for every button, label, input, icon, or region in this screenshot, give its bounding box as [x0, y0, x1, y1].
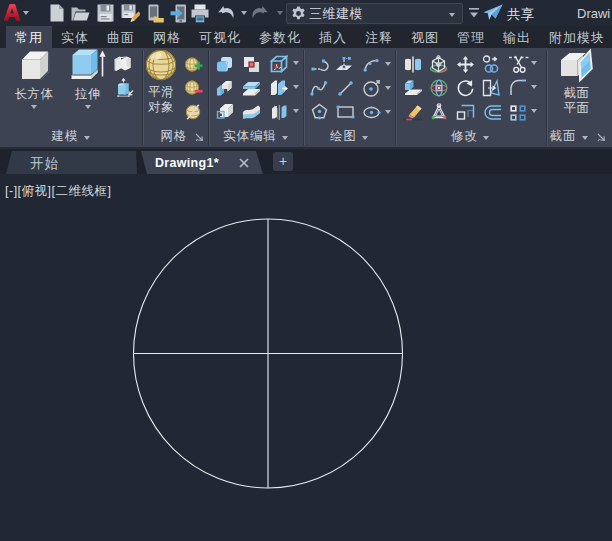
- open-folder-icon[interactable]: [71, 4, 90, 22]
- align-3d-button[interactable]: [403, 79, 423, 97]
- align-button[interactable]: [430, 103, 448, 121]
- drawing-canvas[interactable]: [-][俯视][二维线框]: [0, 174, 612, 541]
- acad-logo-icon[interactable]: [4, 3, 21, 22]
- polyline-button[interactable]: [311, 57, 329, 72]
- box-button-label: 长方体: [15, 87, 54, 102]
- helix-button[interactable]: [335, 56, 353, 73]
- line-button[interactable]: [337, 80, 354, 97]
- panel-mesh-launcher-icon[interactable]: [195, 133, 204, 142]
- undo-caret-icon[interactable]: [241, 11, 247, 15]
- mirror-3d-button[interactable]: [403, 56, 423, 73]
- panel-section-title[interactable]: 截面: [547, 128, 591, 145]
- ribbon-tab-annotate[interactable]: 注释: [356, 26, 402, 48]
- file-tab-close-icon[interactable]: [236, 155, 252, 170]
- panel-mesh-title[interactable]: 网格: [142, 128, 200, 145]
- ribbon-tab-surface[interactable]: 曲面: [98, 26, 144, 48]
- move-button[interactable]: [456, 55, 475, 74]
- panel-solid-editing: 实体编辑: [209, 48, 304, 147]
- open-web-mobile-icon[interactable]: [146, 4, 164, 23]
- acad-logo-caret-icon[interactable]: [23, 11, 29, 15]
- undo-icon[interactable]: [217, 6, 234, 19]
- stretch-icon: [482, 79, 502, 97]
- array-caret-icon[interactable]: [531, 109, 537, 113]
- panel-modeling-title[interactable]: 建模: [0, 128, 141, 145]
- interfere-caret-icon[interactable]: [293, 61, 299, 65]
- extrude-button[interactable]: 拉伸: [70, 48, 106, 109]
- save-as-icon[interactable]: [121, 4, 140, 23]
- erase-button[interactable]: [402, 104, 423, 121]
- polysolid-button[interactable]: [113, 56, 132, 73]
- plot-printer-icon[interactable]: [191, 4, 209, 23]
- refine-mesh-button[interactable]: [185, 104, 202, 120]
- imprint-button[interactable]: [216, 103, 234, 121]
- ribbon-tab-addins[interactable]: 附加模块: [540, 26, 612, 48]
- separate-caret-icon[interactable]: [293, 109, 299, 113]
- ribbon-tab-solid[interactable]: 实体: [52, 26, 98, 48]
- trim-button[interactable]: [508, 55, 529, 74]
- stretch-button[interactable]: [482, 79, 502, 97]
- circle-caret-icon[interactable]: [385, 86, 391, 90]
- section-plane-button[interactable]: 截面平面: [553, 48, 601, 116]
- scale-3d-button[interactable]: [430, 79, 448, 97]
- rotate-3d-button[interactable]: [429, 55, 448, 74]
- copy-button[interactable]: [482, 55, 501, 74]
- smooth-object-label: 平滑对象: [148, 85, 174, 115]
- smooth-less-button[interactable]: [185, 80, 203, 96]
- ribbon-tab-visualize[interactable]: 可视化: [190, 26, 250, 48]
- offset-icon: [482, 104, 502, 121]
- ribbon-tab-mesh[interactable]: 网格: [144, 26, 190, 48]
- subtract-button[interactable]: [243, 56, 260, 73]
- presspull-button[interactable]: [115, 78, 135, 97]
- panel-solid-editing-title[interactable]: 实体编辑: [209, 128, 303, 145]
- slice-button[interactable]: [216, 80, 233, 97]
- panel-modify-title[interactable]: 修改: [395, 128, 545, 145]
- scale-button[interactable]: [456, 104, 475, 121]
- shell-caret-icon[interactable]: [293, 85, 299, 89]
- ribbon-tab-home[interactable]: 常用: [6, 26, 52, 48]
- spline-button[interactable]: [310, 80, 329, 97]
- share-icon[interactable]: [483, 4, 503, 22]
- file-tab-start[interactable]: 开始: [6, 151, 137, 174]
- shell-button[interactable]: [270, 79, 290, 97]
- smooth-object-button[interactable]: 平滑对象: [143, 48, 179, 115]
- arc-button[interactable]: [363, 57, 380, 72]
- separate-button[interactable]: [271, 103, 288, 121]
- rotate-button[interactable]: [456, 79, 475, 98]
- new-file-icon[interactable]: [49, 4, 65, 22]
- ellipse-caret-icon[interactable]: [385, 110, 391, 114]
- rectangle-button[interactable]: [336, 105, 355, 119]
- interfere-button[interactable]: [270, 55, 288, 73]
- array-button[interactable]: [509, 104, 527, 122]
- redo-caret-icon[interactable]: [277, 11, 283, 15]
- redo-icon[interactable]: [252, 6, 269, 19]
- share-label[interactable]: 共享: [507, 6, 535, 24]
- qat-overflow-icon[interactable]: [468, 8, 480, 19]
- union-button[interactable]: [216, 56, 233, 73]
- workspace-dropdown[interactable]: 三维建模: [286, 3, 463, 24]
- circle-button[interactable]: [362, 79, 381, 98]
- save-icon[interactable]: [97, 4, 114, 22]
- ribbon-tab-view[interactable]: 视图: [402, 26, 448, 48]
- panel-modify: 修改: [395, 48, 546, 147]
- polygon-button[interactable]: [311, 103, 328, 120]
- ellipse-button[interactable]: [362, 106, 381, 119]
- save-web-mobile-icon[interactable]: [170, 4, 188, 23]
- fillet-button[interactable]: [509, 79, 528, 97]
- new-drawing-tab-button[interactable]: +: [273, 152, 293, 171]
- polygon-icon: [311, 103, 328, 120]
- smooth-more-button[interactable]: [185, 57, 203, 73]
- fillet-edge-button[interactable]: [242, 104, 261, 120]
- arc-caret-icon[interactable]: [385, 62, 391, 66]
- offset-button[interactable]: [482, 104, 502, 121]
- ribbon-tab-output[interactable]: 输出: [494, 26, 540, 48]
- box-button[interactable]: 长方体: [10, 48, 58, 109]
- ribbon-tab-parametric[interactable]: 参数化: [250, 26, 310, 48]
- viewport-controls[interactable]: [-][俯视][二维线框]: [5, 183, 112, 200]
- ribbon-tab-insert[interactable]: 插入: [310, 26, 356, 48]
- panel-section-launcher-icon[interactable]: [597, 133, 606, 142]
- panel-draw-title[interactable]: 绘图: [304, 128, 395, 145]
- fillet-caret-icon[interactable]: [531, 85, 537, 89]
- trim-caret-icon[interactable]: [531, 61, 537, 65]
- ribbon-tab-manage[interactable]: 管理: [448, 26, 494, 48]
- thicken-button[interactable]: [242, 80, 261, 97]
